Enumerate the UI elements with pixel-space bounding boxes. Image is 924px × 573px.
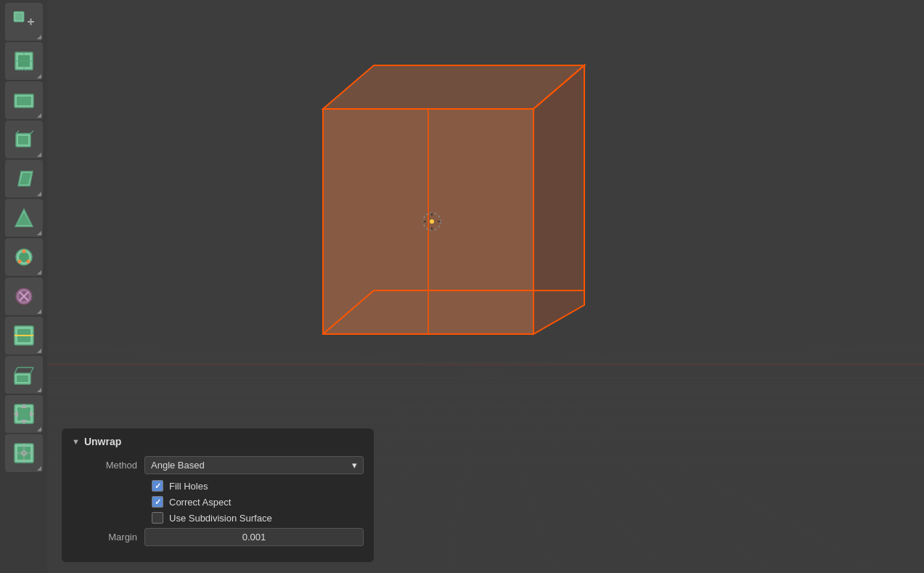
fill-holes-row[interactable]: ✓ Fill Holes [152, 480, 364, 492]
svg-point-77 [430, 219, 434, 224]
svg-line-34 [15, 367, 17, 373]
cursor-tool[interactable] [5, 434, 43, 472]
svg-line-15 [30, 131, 33, 134]
svg-point-23 [26, 260, 30, 264]
svg-marker-70 [533, 65, 584, 334]
correct-aspect-checkmark: ✓ [155, 497, 161, 507]
loop-cut-tool[interactable] [5, 317, 43, 354]
svg-line-35 [30, 367, 33, 373]
dropdown-arrow-icon: ▾ [352, 460, 357, 471]
correct-aspect-checkbox[interactable]: ✓ [152, 496, 163, 508]
extrude-tool[interactable] [5, 356, 43, 394]
panel-title: Unwrap [84, 436, 121, 447]
transform-tool[interactable] [5, 81, 43, 119]
select-tool[interactable] [5, 42, 43, 80]
method-control: Angle Based ▾ [144, 456, 364, 474]
method-value: Angle Based [151, 460, 205, 471]
margin-label: Margin [72, 532, 144, 542]
svg-rect-38 [17, 407, 30, 420]
fill-holes-checkbox[interactable]: ✓ [152, 480, 163, 492]
shear-tool[interactable] [5, 160, 43, 198]
method-row: Method Angle Based ▾ [72, 456, 364, 474]
method-label: Method [72, 460, 144, 471]
vertex-tool[interactable] [5, 238, 43, 276]
panel-header[interactable]: ▼ Unwrap [72, 436, 364, 447]
method-dropdown[interactable]: Angle Based ▾ [144, 456, 364, 474]
svg-line-64 [486, 363, 664, 573]
fill-holes-label[interactable]: Fill Holes [169, 481, 208, 492]
svg-point-24 [17, 260, 21, 264]
svg-rect-1 [15, 13, 23, 20]
move-tool[interactable] [5, 395, 43, 433]
svg-rect-12 [18, 136, 28, 145]
rotate-tool[interactable] [5, 199, 43, 237]
svg-line-65 [486, 363, 773, 573]
use-subdivision-label[interactable]: Use Subdivision Surface [169, 513, 272, 524]
correct-aspect-row[interactable]: ✓ Correct Aspect [152, 496, 364, 508]
add-object-tool[interactable] [5, 3, 43, 41]
3d-viewport[interactable]: ▼ Unwrap Method Angle Based ▾ ✓ Fill Hol… [47, 0, 924, 573]
panel-collapse-icon: ▼ [72, 437, 80, 446]
use-subdivision-row[interactable]: Use Subdivision Surface [152, 512, 364, 524]
svg-rect-33 [17, 375, 28, 382]
knife-tool[interactable] [5, 277, 43, 315]
margin-control [144, 528, 364, 546]
correct-aspect-label[interactable]: Correct Aspect [169, 497, 231, 508]
fill-holes-checkmark: ✓ [155, 481, 161, 491]
margin-row: Margin [72, 528, 364, 546]
unwrap-panel: ▼ Unwrap Method Angle Based ▾ ✓ Fill Hol… [62, 428, 374, 562]
svg-line-62 [446, 363, 486, 573]
margin-input[interactable] [144, 528, 364, 546]
svg-line-66 [486, 363, 882, 573]
scale-cage-tool[interactable] [5, 121, 43, 158]
3d-cube [265, 58, 642, 385]
left-toolbar [0, 0, 47, 573]
svg-rect-9 [17, 97, 31, 105]
use-subdivision-checkbox[interactable] [152, 512, 163, 524]
svg-point-22 [22, 250, 25, 253]
